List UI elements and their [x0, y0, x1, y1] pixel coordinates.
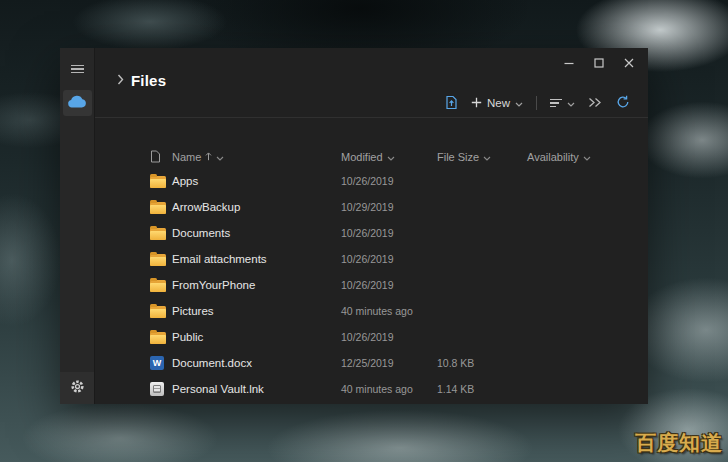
file-name: Document.docx [172, 357, 341, 369]
hamburger-icon [71, 62, 84, 75]
sidebar-item-onedrive[interactable] [63, 90, 92, 116]
file-list: Apps 10/26/2019 ArrowBackup 10/29/2019 D… [95, 168, 648, 402]
file-modified: 12/25/2019 [341, 357, 437, 369]
chevron-down-icon [483, 151, 491, 163]
minimize-button[interactable] [554, 53, 584, 73]
file-icon [150, 332, 166, 344]
file-name: Email attachments [172, 253, 341, 265]
file-modified: 10/26/2019 [341, 331, 437, 343]
column-header-filesize[interactable]: File Size [437, 151, 527, 163]
sidebar [60, 48, 95, 404]
file-name: Public [172, 331, 341, 343]
chevron-down-icon [515, 97, 523, 109]
file-name: Documents [172, 227, 341, 239]
file-row[interactable]: Documents 10/26/2019 [95, 220, 648, 246]
close-button[interactable] [614, 53, 644, 73]
column-header-modified[interactable]: Modified [341, 151, 437, 163]
chevron-down-icon [387, 151, 395, 163]
file-size: 1.14 KB [437, 383, 527, 395]
toolbar: New [445, 92, 630, 114]
file-modified: 10/29/2019 [341, 201, 437, 213]
view-arrange-icon [588, 97, 603, 110]
file-icon [150, 254, 166, 266]
upload-button[interactable] [445, 95, 458, 112]
files-window: Files New [60, 48, 648, 404]
file-row[interactable]: Personal Vault.lnk 40 minutes ago 1.14 K… [95, 376, 648, 402]
sort-lines-icon [550, 97, 562, 109]
chevron-down-icon [583, 151, 591, 163]
file-icon [150, 306, 166, 318]
list-header: Name Modified File Size [95, 148, 648, 166]
file-row[interactable]: Apps 10/26/2019 [95, 168, 648, 194]
new-button-label: New [487, 97, 510, 109]
chevron-down-icon [567, 97, 575, 109]
file-modified: 40 minutes ago [341, 383, 437, 395]
file-modified: 10/26/2019 [341, 253, 437, 265]
column-header-name[interactable]: Name [172, 151, 341, 163]
file-row[interactable]: ArrowBackup 10/29/2019 [95, 194, 648, 220]
upload-file-icon [445, 95, 458, 112]
file-size: 10.8 KB [437, 357, 527, 369]
file-name: Personal Vault.lnk [172, 383, 341, 395]
cloud-icon [67, 94, 87, 112]
column-header-availability[interactable]: Availability [527, 151, 648, 163]
file-name: Pictures [172, 305, 341, 317]
file-icon [150, 176, 166, 188]
document-outline-icon [150, 150, 172, 165]
breadcrumb[interactable]: Files [117, 71, 166, 89]
page-title: Files [131, 72, 166, 89]
sort-ascending-icon [205, 151, 212, 163]
sort-button[interactable] [550, 97, 575, 109]
gear-icon [70, 379, 85, 398]
view-options-button[interactable] [588, 97, 603, 110]
file-row[interactable]: Email attachments 10/26/2019 [95, 246, 648, 272]
plus-icon [471, 97, 482, 110]
file-modified: 10/26/2019 [341, 175, 437, 187]
file-icon [150, 280, 166, 292]
file-row[interactable]: Public 10/26/2019 [95, 324, 648, 350]
sync-button[interactable] [616, 95, 630, 111]
sidebar-footer [60, 372, 94, 404]
new-button[interactable]: New [471, 97, 523, 110]
window-chrome: Files New [95, 48, 648, 118]
file-icon [150, 228, 166, 240]
main-panel: Files New [95, 48, 648, 404]
file-name: Apps [172, 175, 341, 187]
file-name: ArrowBackup [172, 201, 341, 213]
file-modified: 40 minutes ago [341, 305, 437, 317]
file-name: FromYourPhone [172, 279, 341, 291]
desktop: { "colors": { "accent_blue": "#58a6e8", … [0, 0, 728, 462]
maximize-button[interactable] [584, 53, 614, 73]
window-controls [554, 53, 644, 73]
chevron-right-icon [117, 71, 124, 89]
file-icon [150, 356, 164, 370]
toolbar-divider [536, 96, 537, 110]
sidebar-item-menu[interactable] [63, 56, 92, 82]
file-row[interactable]: FromYourPhone 10/26/2019 [95, 272, 648, 298]
watermark: 百度知道 [635, 429, 723, 457]
file-icon [150, 202, 166, 214]
chevron-down-icon [216, 151, 224, 163]
sync-refresh-icon [616, 95, 630, 111]
file-modified: 10/26/2019 [341, 227, 437, 239]
file-icon [150, 382, 164, 396]
file-row[interactable]: Pictures 40 minutes ago [95, 298, 648, 324]
file-row[interactable]: Document.docx 12/25/2019 10.8 KB [95, 350, 648, 376]
file-modified: 10/26/2019 [341, 279, 437, 291]
sidebar-item-settings[interactable] [63, 375, 92, 401]
